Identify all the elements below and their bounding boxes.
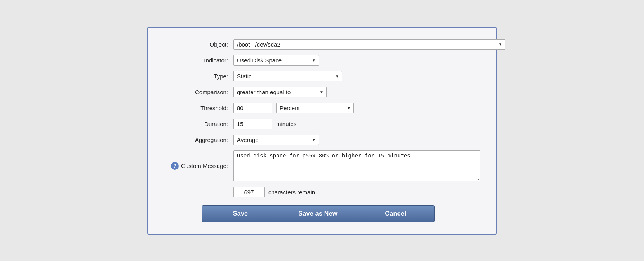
custom-message-label-group: ? Custom Message: <box>156 162 233 170</box>
cancel-button[interactable]: Cancel <box>357 205 435 222</box>
threshold-group: Percent <box>233 103 354 113</box>
comparison-select-wrapper: greater than equal to <box>233 87 327 97</box>
object-select-wrapper: /boot - /dev/sda2 <box>233 39 505 50</box>
type-select[interactable]: Static <box>233 71 342 81</box>
indicator-select-wrapper: Used Disk Space <box>233 55 319 66</box>
object-select[interactable]: /boot - /dev/sda2 <box>233 39 505 50</box>
threshold-label: Threshold: <box>156 105 233 111</box>
indicator-label: Indicator: <box>156 57 233 64</box>
comparison-select[interactable]: greater than equal to <box>233 87 327 97</box>
comparison-row: Comparison: greater than equal to <box>156 87 480 97</box>
duration-label: Duration: <box>156 121 233 127</box>
custom-message-textarea[interactable] <box>233 150 480 181</box>
chars-remain-row: characters remain <box>156 187 480 197</box>
chars-row: characters remain <box>233 187 315 197</box>
object-row: Object: /boot - /dev/sda2 <box>156 39 480 50</box>
aggregation-select-wrapper: Average <box>233 135 319 145</box>
aggregation-row: Aggregation: Average <box>156 135 480 145</box>
help-icon[interactable]: ? <box>171 162 179 170</box>
threshold-row: Threshold: Percent <box>156 103 480 113</box>
unit-select[interactable]: Percent <box>276 103 354 113</box>
button-row: Save Save as New Cancel <box>156 205 480 222</box>
object-label: Object: <box>156 41 233 48</box>
type-row: Type: Static <box>156 71 480 81</box>
save-button[interactable]: Save <box>202 205 279 222</box>
indicator-row: Indicator: Used Disk Space <box>156 55 480 66</box>
duration-input[interactable] <box>233 119 272 129</box>
type-select-wrapper: Static <box>233 71 342 81</box>
comparison-label: Comparison: <box>156 89 233 95</box>
custom-message-row: ? Custom Message: <box>156 150 480 181</box>
aggregation-select[interactable]: Average <box>233 135 319 145</box>
unit-select-wrapper: Percent <box>276 103 354 113</box>
threshold-input[interactable] <box>233 103 272 113</box>
type-label: Type: <box>156 73 233 80</box>
custom-message-label: Custom Message: <box>181 162 228 169</box>
dialog-container: Object: /boot - /dev/sda2 Indicator: Use… <box>147 27 497 235</box>
chars-input[interactable] <box>233 187 265 197</box>
chars-label: characters remain <box>268 189 315 195</box>
minutes-label: minutes <box>276 121 297 127</box>
indicator-select[interactable]: Used Disk Space <box>233 55 319 66</box>
aggregation-label: Aggregation: <box>156 137 233 143</box>
save-as-new-button[interactable]: Save as New <box>279 205 357 222</box>
duration-row: Duration: minutes <box>156 119 480 129</box>
